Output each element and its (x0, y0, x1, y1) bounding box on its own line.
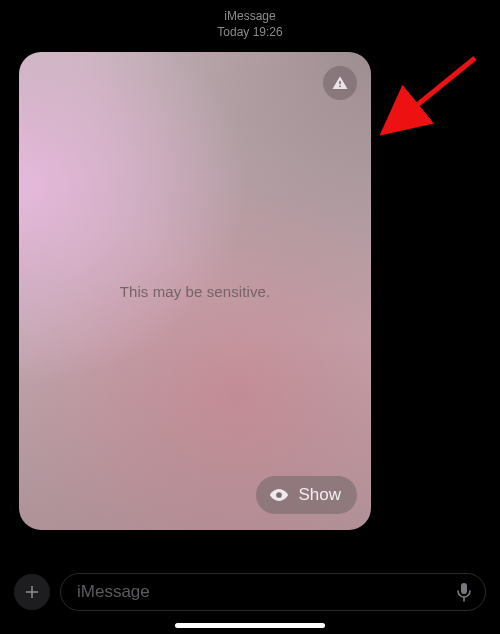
svg-rect-4 (461, 583, 467, 594)
sensitive-warning-badge[interactable] (323, 66, 357, 100)
annotation-arrow (380, 48, 490, 158)
dictation-button[interactable] (453, 581, 475, 603)
show-sensitive-button[interactable]: Show (256, 476, 357, 514)
plus-icon (23, 583, 41, 601)
show-button-label: Show (298, 485, 341, 505)
header-timestamp-label: Today 19:26 (0, 24, 500, 40)
home-indicator[interactable] (175, 623, 325, 628)
svg-point-1 (339, 85, 341, 87)
compose-bar: iMessage (14, 572, 486, 612)
svg-line-3 (395, 58, 475, 123)
conversation-timestamp-header: iMessage Today 19:26 (0, 0, 500, 44)
header-service-label: iMessage (0, 8, 500, 24)
incoming-message-bubble[interactable]: This may be sensitive. Show (19, 52, 371, 530)
sensitive-warning-text: This may be sensitive. (19, 283, 371, 300)
message-input[interactable]: iMessage (60, 573, 486, 611)
add-attachment-button[interactable] (14, 574, 50, 610)
mic-icon (456, 582, 472, 602)
svg-point-2 (277, 492, 283, 498)
svg-rect-0 (339, 81, 341, 85)
warning-triangle-icon (331, 74, 349, 92)
message-input-placeholder: iMessage (77, 582, 443, 602)
eye-icon (268, 484, 290, 506)
